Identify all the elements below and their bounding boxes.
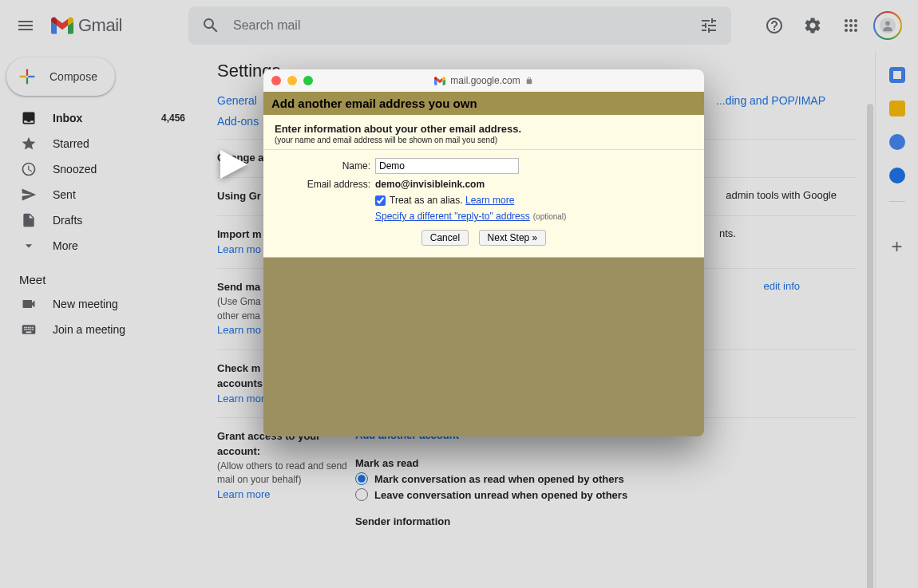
next-step-button[interactable]: Next Step » [479, 230, 547, 246]
add-email-dialog: mail.google.com Add another email addres… [263, 69, 704, 436]
name-input[interactable] [375, 158, 519, 174]
dialog-subheading: (your name and email address will be sho… [275, 136, 693, 144]
email-value: demo@invisibleink.com [375, 179, 485, 190]
dialog-heading: Enter information about your other email… [275, 123, 693, 135]
cancel-button[interactable]: Cancel [421, 230, 469, 246]
lock-icon [525, 76, 533, 85]
alias-label: Treat as an alias. [390, 195, 463, 206]
alias-learn-more-link[interactable]: Learn more [465, 195, 514, 206]
optional-label: (optional) [533, 212, 567, 221]
window-titlebar: mail.google.com [263, 69, 704, 92]
reply-to-link[interactable]: Specify a different "reply-to" address [375, 211, 530, 222]
name-label: Name: [275, 160, 375, 172]
alias-checkbox[interactable] [375, 195, 386, 206]
gmail-favicon-icon [434, 77, 445, 85]
play-cursor-icon [220, 150, 247, 179]
dialog-title: Add another email address you own [271, 97, 696, 110]
window-url: mail.google.com [450, 75, 520, 86]
email-label: Email address: [275, 179, 375, 190]
